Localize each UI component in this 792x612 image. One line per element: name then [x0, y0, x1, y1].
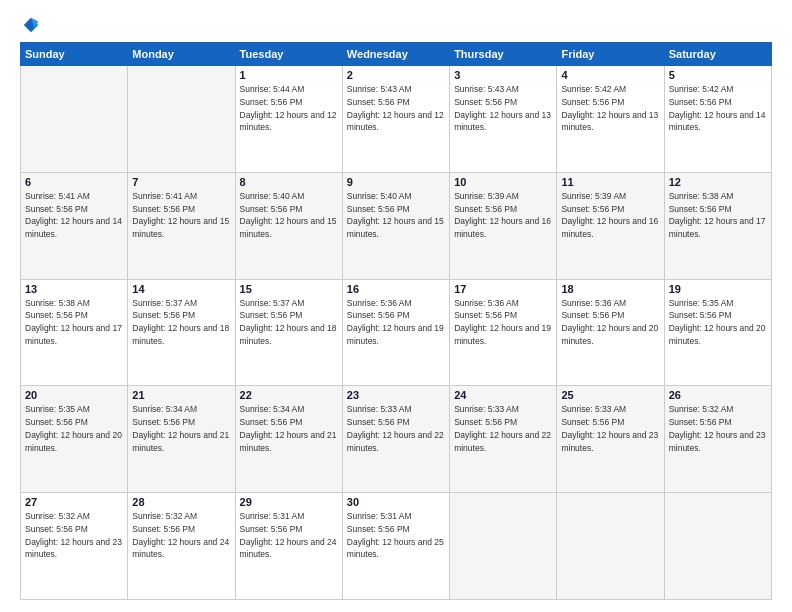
day-number: 8: [240, 176, 338, 188]
calendar-week-row: 20Sunrise: 5:35 AMSunset: 5:56 PMDayligh…: [21, 386, 772, 493]
day-info: Sunrise: 5:40 AMSunset: 5:56 PMDaylight:…: [240, 190, 338, 241]
day-number: 14: [132, 283, 230, 295]
day-info: Sunrise: 5:34 AMSunset: 5:56 PMDaylight:…: [132, 403, 230, 454]
day-info: Sunrise: 5:31 AMSunset: 5:56 PMDaylight:…: [347, 510, 445, 561]
day-number: 23: [347, 389, 445, 401]
day-info: Sunrise: 5:37 AMSunset: 5:56 PMDaylight:…: [240, 297, 338, 348]
day-info: Sunrise: 5:39 AMSunset: 5:56 PMDaylight:…: [561, 190, 659, 241]
day-number: 16: [347, 283, 445, 295]
calendar-cell: 8Sunrise: 5:40 AMSunset: 5:56 PMDaylight…: [235, 172, 342, 279]
calendar-cell: 22Sunrise: 5:34 AMSunset: 5:56 PMDayligh…: [235, 386, 342, 493]
logo-icon: [22, 16, 40, 34]
day-number: 20: [25, 389, 123, 401]
calendar-cell: [557, 493, 664, 600]
calendar-cell: 18Sunrise: 5:36 AMSunset: 5:56 PMDayligh…: [557, 279, 664, 386]
day-number: 15: [240, 283, 338, 295]
calendar-week-row: 1Sunrise: 5:44 AMSunset: 5:56 PMDaylight…: [21, 66, 772, 173]
calendar-cell: 25Sunrise: 5:33 AMSunset: 5:56 PMDayligh…: [557, 386, 664, 493]
day-number: 5: [669, 69, 767, 81]
day-number: 1: [240, 69, 338, 81]
calendar-week-row: 27Sunrise: 5:32 AMSunset: 5:56 PMDayligh…: [21, 493, 772, 600]
calendar-cell: 6Sunrise: 5:41 AMSunset: 5:56 PMDaylight…: [21, 172, 128, 279]
calendar-table: SundayMondayTuesdayWednesdayThursdayFrid…: [20, 42, 772, 600]
day-number: 22: [240, 389, 338, 401]
weekday-header-thursday: Thursday: [450, 43, 557, 66]
calendar-cell: 2Sunrise: 5:43 AMSunset: 5:56 PMDaylight…: [342, 66, 449, 173]
weekday-header-monday: Monday: [128, 43, 235, 66]
day-number: 9: [347, 176, 445, 188]
calendar-cell: 10Sunrise: 5:39 AMSunset: 5:56 PMDayligh…: [450, 172, 557, 279]
day-info: Sunrise: 5:43 AMSunset: 5:56 PMDaylight:…: [347, 83, 445, 134]
day-number: 19: [669, 283, 767, 295]
calendar-cell: 26Sunrise: 5:32 AMSunset: 5:56 PMDayligh…: [664, 386, 771, 493]
calendar-cell: 9Sunrise: 5:40 AMSunset: 5:56 PMDaylight…: [342, 172, 449, 279]
day-info: Sunrise: 5:33 AMSunset: 5:56 PMDaylight:…: [347, 403, 445, 454]
day-info: Sunrise: 5:36 AMSunset: 5:56 PMDaylight:…: [454, 297, 552, 348]
day-number: 28: [132, 496, 230, 508]
weekday-header-tuesday: Tuesday: [235, 43, 342, 66]
day-info: Sunrise: 5:40 AMSunset: 5:56 PMDaylight:…: [347, 190, 445, 241]
calendar-cell: 28Sunrise: 5:32 AMSunset: 5:56 PMDayligh…: [128, 493, 235, 600]
calendar-cell: 17Sunrise: 5:36 AMSunset: 5:56 PMDayligh…: [450, 279, 557, 386]
day-info: Sunrise: 5:43 AMSunset: 5:56 PMDaylight:…: [454, 83, 552, 134]
calendar-cell: 21Sunrise: 5:34 AMSunset: 5:56 PMDayligh…: [128, 386, 235, 493]
day-info: Sunrise: 5:38 AMSunset: 5:56 PMDaylight:…: [669, 190, 767, 241]
day-info: Sunrise: 5:41 AMSunset: 5:56 PMDaylight:…: [25, 190, 123, 241]
weekday-header-row: SundayMondayTuesdayWednesdayThursdayFrid…: [21, 43, 772, 66]
day-info: Sunrise: 5:32 AMSunset: 5:56 PMDaylight:…: [669, 403, 767, 454]
calendar-cell: [664, 493, 771, 600]
calendar-cell: 20Sunrise: 5:35 AMSunset: 5:56 PMDayligh…: [21, 386, 128, 493]
day-number: 21: [132, 389, 230, 401]
day-info: Sunrise: 5:32 AMSunset: 5:56 PMDaylight:…: [25, 510, 123, 561]
day-info: Sunrise: 5:33 AMSunset: 5:56 PMDaylight:…: [454, 403, 552, 454]
calendar-cell: 30Sunrise: 5:31 AMSunset: 5:56 PMDayligh…: [342, 493, 449, 600]
day-number: 27: [25, 496, 123, 508]
day-info: Sunrise: 5:37 AMSunset: 5:56 PMDaylight:…: [132, 297, 230, 348]
day-info: Sunrise: 5:32 AMSunset: 5:56 PMDaylight:…: [132, 510, 230, 561]
logo: [20, 16, 40, 34]
calendar-cell: 11Sunrise: 5:39 AMSunset: 5:56 PMDayligh…: [557, 172, 664, 279]
calendar-cell: 5Sunrise: 5:42 AMSunset: 5:56 PMDaylight…: [664, 66, 771, 173]
calendar-cell: [450, 493, 557, 600]
day-number: 12: [669, 176, 767, 188]
day-number: 24: [454, 389, 552, 401]
calendar-cell: 14Sunrise: 5:37 AMSunset: 5:56 PMDayligh…: [128, 279, 235, 386]
day-info: Sunrise: 5:36 AMSunset: 5:56 PMDaylight:…: [561, 297, 659, 348]
day-info: Sunrise: 5:42 AMSunset: 5:56 PMDaylight:…: [669, 83, 767, 134]
day-number: 26: [669, 389, 767, 401]
day-number: 4: [561, 69, 659, 81]
day-number: 25: [561, 389, 659, 401]
calendar-cell: [21, 66, 128, 173]
day-number: 10: [454, 176, 552, 188]
day-number: 2: [347, 69, 445, 81]
weekday-header-friday: Friday: [557, 43, 664, 66]
calendar-cell: 27Sunrise: 5:32 AMSunset: 5:56 PMDayligh…: [21, 493, 128, 600]
calendar-cell: 1Sunrise: 5:44 AMSunset: 5:56 PMDaylight…: [235, 66, 342, 173]
calendar-cell: 16Sunrise: 5:36 AMSunset: 5:56 PMDayligh…: [342, 279, 449, 386]
day-number: 18: [561, 283, 659, 295]
calendar-cell: 12Sunrise: 5:38 AMSunset: 5:56 PMDayligh…: [664, 172, 771, 279]
day-number: 3: [454, 69, 552, 81]
calendar-cell: [128, 66, 235, 173]
day-info: Sunrise: 5:41 AMSunset: 5:56 PMDaylight:…: [132, 190, 230, 241]
day-info: Sunrise: 5:35 AMSunset: 5:56 PMDaylight:…: [25, 403, 123, 454]
calendar-cell: 13Sunrise: 5:38 AMSunset: 5:56 PMDayligh…: [21, 279, 128, 386]
day-info: Sunrise: 5:39 AMSunset: 5:56 PMDaylight:…: [454, 190, 552, 241]
day-info: Sunrise: 5:35 AMSunset: 5:56 PMDaylight:…: [669, 297, 767, 348]
calendar-week-row: 13Sunrise: 5:38 AMSunset: 5:56 PMDayligh…: [21, 279, 772, 386]
calendar-cell: 3Sunrise: 5:43 AMSunset: 5:56 PMDaylight…: [450, 66, 557, 173]
day-info: Sunrise: 5:36 AMSunset: 5:56 PMDaylight:…: [347, 297, 445, 348]
day-number: 11: [561, 176, 659, 188]
calendar-cell: 7Sunrise: 5:41 AMSunset: 5:56 PMDaylight…: [128, 172, 235, 279]
day-info: Sunrise: 5:31 AMSunset: 5:56 PMDaylight:…: [240, 510, 338, 561]
calendar-cell: 24Sunrise: 5:33 AMSunset: 5:56 PMDayligh…: [450, 386, 557, 493]
calendar-cell: 19Sunrise: 5:35 AMSunset: 5:56 PMDayligh…: [664, 279, 771, 386]
day-number: 7: [132, 176, 230, 188]
header: [20, 16, 772, 34]
day-info: Sunrise: 5:38 AMSunset: 5:56 PMDaylight:…: [25, 297, 123, 348]
calendar-week-row: 6Sunrise: 5:41 AMSunset: 5:56 PMDaylight…: [21, 172, 772, 279]
day-number: 6: [25, 176, 123, 188]
day-number: 30: [347, 496, 445, 508]
day-number: 13: [25, 283, 123, 295]
day-number: 17: [454, 283, 552, 295]
